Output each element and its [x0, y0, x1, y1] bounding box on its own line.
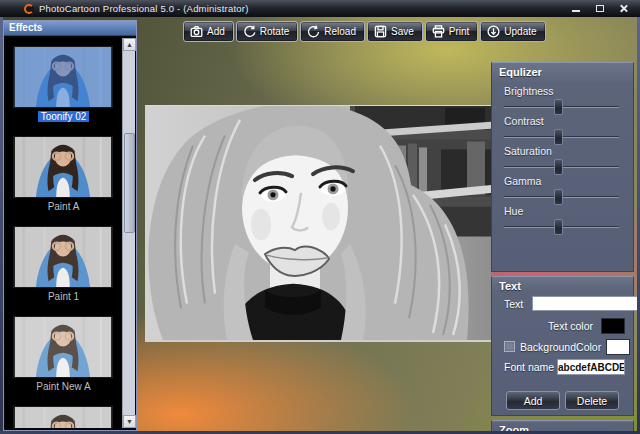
text-input-label: Text	[504, 298, 523, 310]
save-button[interactable]: Save	[367, 21, 423, 42]
scrollbar-thumb[interactable]	[124, 133, 135, 233]
gamma-slider[interactable]	[504, 196, 619, 198]
text-panel-title: Text	[499, 280, 633, 292]
saturation-slider[interactable]	[504, 166, 619, 168]
effect-thumbnail	[13, 46, 113, 108]
minimize-icon	[572, 10, 580, 12]
background-checkbox-label: Background	[520, 341, 576, 353]
contrast-slider[interactable]	[504, 136, 619, 138]
brightness-slider[interactable]	[504, 106, 619, 108]
add-button[interactable]: Add	[183, 21, 234, 42]
close-icon	[619, 4, 628, 13]
app-logo-icon	[24, 4, 34, 14]
update-button[interactable]: Update	[480, 21, 545, 42]
scroll-up-icon[interactable]: ▲	[123, 38, 136, 51]
brightness-slider-group: Brightness	[504, 85, 621, 108]
effect-thumbnail	[13, 136, 113, 198]
rotate-icon	[243, 25, 256, 38]
title-bar: PhotoCartoon Professional 5.0 - (Adminis…	[0, 0, 640, 17]
color-label: Color	[576, 341, 601, 353]
text-delete-button[interactable]: Delete	[565, 391, 619, 410]
contrast-label: Contrast	[504, 115, 621, 128]
font-name-input[interactable]	[557, 359, 625, 375]
hue-slider-group: Hue	[504, 205, 621, 228]
reload-icon	[307, 25, 320, 38]
text-color-label: Text color	[548, 320, 593, 332]
close-button[interactable]	[617, 2, 630, 15]
save-icon	[374, 25, 387, 38]
maximize-button[interactable]	[593, 2, 606, 15]
scroll-down-icon[interactable]: ▼	[123, 415, 136, 428]
effect-item-paint-1[interactable]: Paint 1	[13, 226, 115, 303]
font-name-label: Font name	[504, 361, 554, 373]
effects-scrollbar[interactable]: ▲ ▼	[122, 38, 135, 428]
camera-icon	[190, 25, 203, 38]
brightness-slider-thumb[interactable]	[554, 99, 563, 115]
equalizer-panel: Equlizer Brightness Contrast Saturation …	[491, 62, 634, 272]
effect-item-partial[interactable]	[13, 406, 115, 428]
gamma-label: Gamma	[504, 175, 621, 188]
effect-item-paint-a[interactable]: Paint A	[13, 136, 115, 213]
text-color-swatch[interactable]	[601, 318, 625, 334]
photo-canvas[interactable]	[145, 105, 491, 342]
print-icon	[432, 25, 445, 38]
contrast-slider-group: Contrast	[504, 115, 621, 138]
text-input[interactable]	[532, 296, 640, 311]
effects-panel-title: Effects	[4, 21, 136, 36]
gamma-slider-thumb[interactable]	[554, 189, 563, 205]
rotate-button[interactable]: Rotate	[236, 21, 298, 42]
text-panel: Text Text Text color Background Color Fo…	[491, 276, 634, 416]
effect-label: Paint A	[48, 201, 80, 212]
print-button[interactable]: Print	[425, 21, 479, 42]
effect-thumbnail	[13, 316, 113, 378]
effect-label: Paint 1	[48, 291, 79, 302]
effect-label: Toonify 02	[38, 111, 90, 122]
hue-slider-thumb[interactable]	[554, 219, 563, 235]
contrast-slider-thumb[interactable]	[554, 129, 563, 145]
minimize-button[interactable]	[569, 2, 582, 15]
equalizer-title: Equlizer	[499, 66, 633, 78]
effect-label: Paint New A	[36, 381, 90, 392]
reload-button[interactable]: Reload	[300, 21, 365, 42]
main-toolbar: Add Rotate Reload Save Print Update	[183, 21, 546, 42]
portrait-image	[145, 106, 491, 340]
hue-label: Hue	[504, 205, 621, 218]
window-title: PhotoCartoon Professional 5.0 - (Adminis…	[39, 3, 249, 14]
effect-thumbnail	[13, 406, 113, 428]
effects-panel: Effects Toonify 02 Paint A Paint 1 Paint…	[3, 20, 137, 431]
effect-item-paint-new-a[interactable]: Paint New A	[13, 316, 115, 393]
window-border-left	[0, 17, 3, 434]
saturation-slider-group: Saturation	[504, 145, 621, 168]
effect-thumbnail	[13, 226, 113, 288]
saturation-label: Saturation	[504, 145, 621, 158]
background-color-swatch[interactable]	[606, 339, 630, 355]
effect-item-toonify-02[interactable]: Toonify 02	[13, 46, 115, 123]
text-add-button[interactable]: Add	[506, 391, 560, 410]
update-icon	[487, 25, 500, 38]
app-window: PhotoCartoon Professional 5.0 - (Adminis…	[0, 0, 640, 434]
maximize-icon	[596, 5, 604, 12]
gamma-slider-group: Gamma	[504, 175, 621, 198]
hue-slider[interactable]	[504, 226, 619, 228]
brightness-label: Brightness	[504, 85, 621, 98]
background-checkbox[interactable]	[504, 341, 515, 352]
effects-list: Toonify 02 Paint A Paint 1 Paint New A	[6, 38, 121, 428]
saturation-slider-thumb[interactable]	[554, 159, 563, 175]
